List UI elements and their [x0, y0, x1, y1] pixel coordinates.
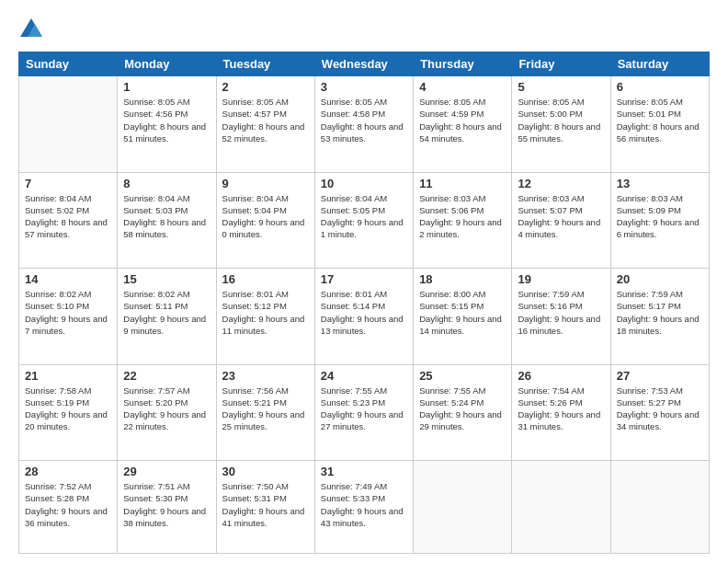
calendar-cell: 28Sunrise: 7:52 AM Sunset: 5:28 PM Dayli… — [19, 461, 118, 554]
day-number: 7 — [25, 177, 111, 190]
day-info: Sunrise: 8:05 AM Sunset: 4:59 PM Dayligh… — [419, 96, 506, 144]
day-number: 11 — [419, 177, 506, 190]
day-number: 24 — [321, 369, 407, 383]
calendar-cell: 16Sunrise: 8:01 AM Sunset: 5:12 PM Dayli… — [216, 269, 314, 365]
day-info: Sunrise: 8:03 AM Sunset: 5:06 PM Dayligh… — [419, 192, 506, 241]
day-number: 6 — [617, 80, 703, 94]
day-number: 27 — [617, 369, 703, 383]
day-info: Sunrise: 7:49 AM Sunset: 5:33 PM Dayligh… — [321, 480, 407, 529]
day-info: Sunrise: 7:59 AM Sunset: 5:16 PM Dayligh… — [518, 288, 604, 337]
day-number: 10 — [321, 177, 407, 190]
calendar-cell — [512, 461, 610, 554]
day-info: Sunrise: 8:05 AM Sunset: 4:57 PM Dayligh… — [222, 96, 309, 144]
calendar-cell: 10Sunrise: 8:04 AM Sunset: 5:05 PM Dayli… — [314, 172, 413, 269]
day-info: Sunrise: 7:58 AM Sunset: 5:19 PM Dayligh… — [25, 385, 111, 433]
calendar-cell: 14Sunrise: 8:02 AM Sunset: 5:10 PM Dayli… — [19, 269, 118, 365]
calendar-cell: 20Sunrise: 7:59 AM Sunset: 5:17 PM Dayli… — [610, 269, 709, 365]
day-number: 18 — [419, 272, 506, 286]
calendar-cell — [610, 461, 709, 554]
header-day-monday: Monday — [118, 52, 216, 76]
day-info: Sunrise: 8:04 AM Sunset: 5:04 PM Dayligh… — [222, 192, 309, 241]
day-info: Sunrise: 8:05 AM Sunset: 4:56 PM Dayligh… — [123, 96, 210, 144]
day-info: Sunrise: 7:55 AM Sunset: 5:23 PM Dayligh… — [321, 385, 407, 433]
day-number: 30 — [222, 465, 309, 478]
day-info: Sunrise: 8:02 AM Sunset: 5:11 PM Dayligh… — [123, 288, 210, 337]
calendar-cell: 8Sunrise: 8:04 AM Sunset: 5:03 PM Daylig… — [118, 172, 216, 269]
calendar-cell: 2Sunrise: 8:05 AM Sunset: 4:57 PM Daylig… — [216, 76, 314, 173]
calendar-cell: 29Sunrise: 7:51 AM Sunset: 5:30 PM Dayli… — [118, 461, 216, 554]
calendar-cell: 11Sunrise: 8:03 AM Sunset: 5:06 PM Dayli… — [414, 172, 512, 269]
day-info: Sunrise: 7:51 AM Sunset: 5:30 PM Dayligh… — [123, 480, 210, 529]
calendar-cell: 23Sunrise: 7:56 AM Sunset: 5:21 PM Dayli… — [216, 364, 314, 461]
day-number: 1 — [123, 80, 210, 94]
header-day-thursday: Thursday — [414, 52, 512, 76]
day-number: 25 — [419, 369, 506, 383]
day-number: 26 — [518, 369, 604, 383]
day-info: Sunrise: 8:00 AM Sunset: 5:15 PM Dayligh… — [419, 288, 506, 337]
calendar-cell: 31Sunrise: 7:49 AM Sunset: 5:33 PM Dayli… — [314, 461, 413, 554]
day-number: 14 — [25, 272, 111, 286]
calendar-cell: 15Sunrise: 8:02 AM Sunset: 5:11 PM Dayli… — [118, 269, 216, 365]
day-number: 12 — [518, 177, 604, 190]
page: SundayMondayTuesdayWednesdayThursdayFrid… — [0, 0, 728, 563]
header-day-friday: Friday — [512, 52, 610, 76]
calendar-cell: 5Sunrise: 8:05 AM Sunset: 5:00 PM Daylig… — [512, 76, 610, 173]
day-number: 8 — [123, 177, 210, 190]
calendar-cell: 6Sunrise: 8:05 AM Sunset: 5:01 PM Daylig… — [610, 76, 709, 173]
day-info: Sunrise: 7:52 AM Sunset: 5:28 PM Dayligh… — [25, 480, 111, 529]
calendar-cell: 13Sunrise: 8:03 AM Sunset: 5:09 PM Dayli… — [610, 172, 709, 269]
day-number: 15 — [123, 272, 210, 286]
calendar-cell: 24Sunrise: 7:55 AM Sunset: 5:23 PM Dayli… — [314, 364, 413, 461]
calendar-cell: 21Sunrise: 7:58 AM Sunset: 5:19 PM Dayli… — [19, 364, 118, 461]
day-number: 31 — [321, 465, 407, 478]
day-number: 22 — [123, 369, 210, 383]
day-info: Sunrise: 8:03 AM Sunset: 5:09 PM Dayligh… — [617, 192, 703, 241]
header-row: SundayMondayTuesdayWednesdayThursdayFrid… — [19, 52, 710, 76]
day-number: 13 — [617, 177, 703, 190]
day-info: Sunrise: 8:02 AM Sunset: 5:10 PM Dayligh… — [25, 288, 111, 337]
calendar: SundayMondayTuesdayWednesdayThursdayFrid… — [18, 52, 710, 554]
day-info: Sunrise: 8:04 AM Sunset: 5:05 PM Dayligh… — [321, 192, 407, 241]
day-number: 21 — [25, 369, 111, 383]
day-info: Sunrise: 8:05 AM Sunset: 4:58 PM Dayligh… — [321, 96, 407, 144]
week-row-5: 28Sunrise: 7:52 AM Sunset: 5:28 PM Dayli… — [19, 461, 710, 554]
header-day-tuesday: Tuesday — [216, 52, 314, 76]
day-number: 19 — [518, 272, 604, 286]
header — [18, 17, 710, 42]
day-info: Sunrise: 8:01 AM Sunset: 5:12 PM Dayligh… — [222, 288, 309, 337]
day-info: Sunrise: 8:05 AM Sunset: 5:00 PM Dayligh… — [518, 96, 604, 144]
calendar-cell: 7Sunrise: 8:04 AM Sunset: 5:02 PM Daylig… — [19, 172, 118, 269]
day-number: 28 — [25, 465, 111, 478]
day-number: 29 — [123, 465, 210, 478]
day-info: Sunrise: 8:05 AM Sunset: 5:01 PM Dayligh… — [617, 96, 703, 144]
calendar-cell: 30Sunrise: 7:50 AM Sunset: 5:31 PM Dayli… — [216, 461, 314, 554]
week-row-1: 1Sunrise: 8:05 AM Sunset: 4:56 PM Daylig… — [19, 76, 710, 173]
day-number: 20 — [617, 272, 703, 286]
calendar-cell: 3Sunrise: 8:05 AM Sunset: 4:58 PM Daylig… — [314, 76, 413, 173]
day-number: 16 — [222, 272, 309, 286]
calendar-cell: 25Sunrise: 7:55 AM Sunset: 5:24 PM Dayli… — [414, 364, 512, 461]
day-info: Sunrise: 8:01 AM Sunset: 5:14 PM Dayligh… — [321, 288, 407, 337]
day-number: 3 — [321, 80, 407, 94]
calendar-cell: 26Sunrise: 7:54 AM Sunset: 5:26 PM Dayli… — [512, 364, 610, 461]
calendar-cell: 9Sunrise: 8:04 AM Sunset: 5:04 PM Daylig… — [216, 172, 314, 269]
day-info: Sunrise: 8:03 AM Sunset: 5:07 PM Dayligh… — [518, 192, 604, 241]
day-number: 17 — [321, 272, 407, 286]
calendar-cell: 17Sunrise: 8:01 AM Sunset: 5:14 PM Dayli… — [314, 269, 413, 365]
calendar-cell: 12Sunrise: 8:03 AM Sunset: 5:07 PM Dayli… — [512, 172, 610, 269]
day-info: Sunrise: 7:55 AM Sunset: 5:24 PM Dayligh… — [419, 385, 506, 433]
day-number: 23 — [222, 369, 309, 383]
week-row-2: 7Sunrise: 8:04 AM Sunset: 5:02 PM Daylig… — [19, 172, 710, 269]
day-info: Sunrise: 8:04 AM Sunset: 5:02 PM Dayligh… — [25, 192, 111, 241]
day-info: Sunrise: 7:59 AM Sunset: 5:17 PM Dayligh… — [617, 288, 703, 337]
calendar-cell: 18Sunrise: 8:00 AM Sunset: 5:15 PM Dayli… — [414, 269, 512, 365]
calendar-cell — [414, 461, 512, 554]
day-info: Sunrise: 8:04 AM Sunset: 5:03 PM Dayligh… — [123, 192, 210, 241]
calendar-header: SundayMondayTuesdayWednesdayThursdayFrid… — [19, 52, 710, 76]
day-number: 9 — [222, 177, 309, 190]
calendar-body: 1Sunrise: 8:05 AM Sunset: 4:56 PM Daylig… — [19, 76, 710, 554]
week-row-4: 21Sunrise: 7:58 AM Sunset: 5:19 PM Dayli… — [19, 364, 710, 461]
day-number: 5 — [518, 80, 604, 94]
calendar-cell: 1Sunrise: 8:05 AM Sunset: 4:56 PM Daylig… — [118, 76, 216, 173]
calendar-cell: 22Sunrise: 7:57 AM Sunset: 5:20 PM Dayli… — [118, 364, 216, 461]
